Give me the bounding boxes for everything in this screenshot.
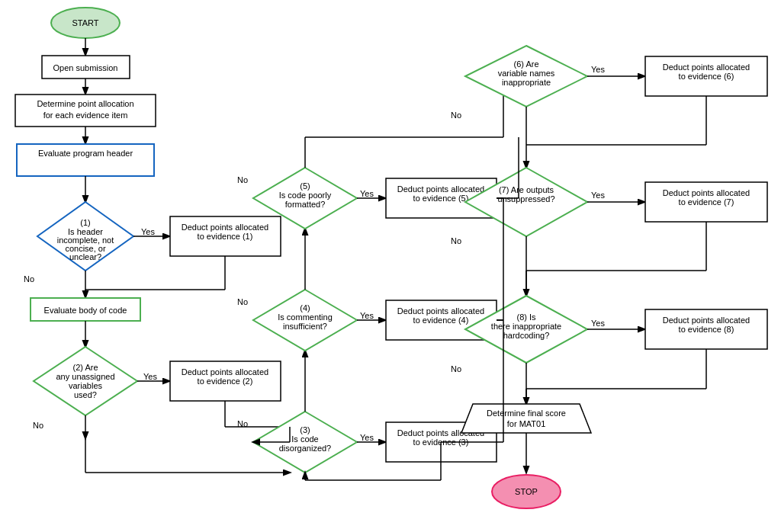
diamond6-label3: inappropriate xyxy=(502,78,551,87)
diamond4-label3: insufficient? xyxy=(283,322,327,331)
diamond4-label2: Is commenting xyxy=(278,312,333,322)
diamond3-label3: disorganized? xyxy=(279,444,332,453)
deduct1-label2: to evidence (1) xyxy=(198,232,253,241)
diamond8-label2: there inappropriate xyxy=(491,322,561,331)
diamond1-label5: unclear? xyxy=(69,252,101,261)
diamond7-label2: unsuppressed? xyxy=(497,194,554,204)
yes-label-d6: Yes xyxy=(591,65,605,74)
final-score-label: Determine final score xyxy=(487,409,566,418)
yes-label-d7: Yes xyxy=(591,191,605,200)
diamond2-label2: any unassigned xyxy=(56,372,114,381)
deduct2-label: Deduct points allocated xyxy=(182,367,268,377)
evaluate-body-label: Evaluate body of code xyxy=(44,306,127,315)
deduct6-label2: to evidence (6) xyxy=(679,72,734,81)
no-label-d5: No xyxy=(237,175,248,184)
deduct7-label: Deduct points allocated xyxy=(663,188,750,197)
deduct8-label: Deduct points allocated xyxy=(663,316,750,325)
open-submission-label: Open submission xyxy=(53,63,118,72)
diamond4-label: (4) xyxy=(300,303,310,312)
diamond8-label3: hardcoding? xyxy=(503,331,550,340)
yes-label-d1: Yes xyxy=(141,227,155,236)
diamond5-label3: formatted? xyxy=(285,200,326,209)
no-label-d4: No xyxy=(237,297,248,306)
yes-label-d5: Yes xyxy=(360,189,374,198)
determine-point-label: Determine point allocation xyxy=(37,99,133,108)
determine-point-label2: for each evidence item xyxy=(43,111,128,120)
no-label-d8: No xyxy=(451,364,461,373)
diamond7-label: (7) Are outputs xyxy=(499,185,554,194)
yes-label-d2: Yes xyxy=(143,372,157,381)
diamond6-label: (6) Are xyxy=(513,59,538,69)
no-label-d7: No xyxy=(451,236,461,245)
final-score-label2: for MAT01 xyxy=(507,419,546,428)
no-label-d6: No xyxy=(451,111,461,120)
no-label-d3: No xyxy=(237,419,248,428)
diamond1-label: (1) xyxy=(80,218,90,227)
diamond5-label2: Is code poorly xyxy=(279,191,332,200)
deduct5-label: Deduct points allocated xyxy=(397,184,484,194)
diamond2-label4: used? xyxy=(74,390,97,399)
stop-label: STOP xyxy=(515,487,538,496)
deduct4-label: Deduct points allocated xyxy=(397,306,484,316)
diamond6-label2: variable names xyxy=(498,69,555,78)
deduct2-label2: to evidence (2) xyxy=(198,377,253,386)
yes-label-d3: Yes xyxy=(360,433,374,442)
diamond2-label: (2) Are xyxy=(72,363,98,372)
yes-label-d4: Yes xyxy=(360,311,374,320)
no-label-d2: No xyxy=(33,421,43,430)
diamond3-label2: Is code xyxy=(291,434,318,444)
no-label-d1: No xyxy=(24,274,34,284)
deduct7-label2: to evidence (7) xyxy=(679,197,734,207)
diamond2-label3: variables xyxy=(69,381,103,390)
deduct5-label2: to evidence (5) xyxy=(413,194,469,203)
diamond5-label: (5) xyxy=(300,181,310,191)
diamond3-label: (3) xyxy=(300,425,310,434)
deduct6-label: Deduct points allocated xyxy=(663,62,750,72)
yes-label-d8: Yes xyxy=(591,319,605,328)
diamond8-label: (8) Is xyxy=(516,312,536,322)
deduct8-label2: to evidence (8) xyxy=(679,325,734,334)
deduct1-label: Deduct points allocated xyxy=(182,223,268,232)
evaluate-header-label: Evaluate program header xyxy=(38,149,133,158)
start-label: START xyxy=(72,18,98,27)
deduct4-label2: to evidence (4) xyxy=(413,316,469,325)
